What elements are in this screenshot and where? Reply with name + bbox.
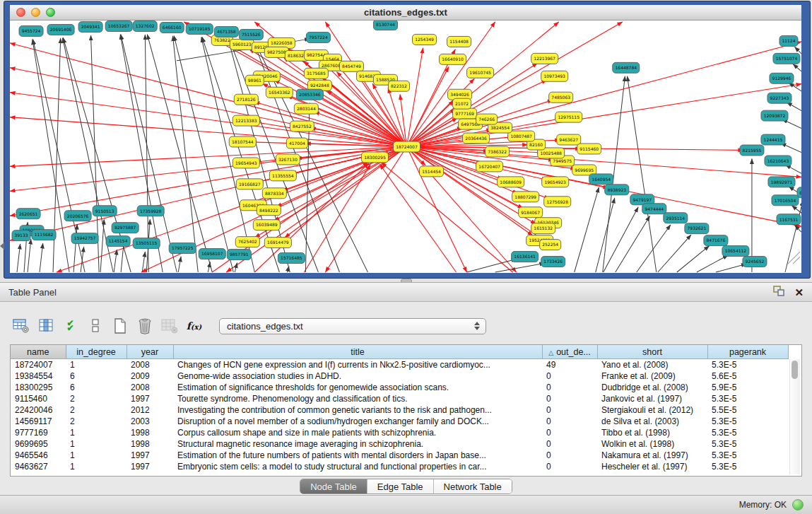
graph-node[interactable]: 16720407 <box>476 161 503 172</box>
table-row[interactable]: 2242004622012Investigating the contribut… <box>11 404 788 416</box>
graph-node[interactable]: 11124 <box>779 35 798 46</box>
graph-node[interactable]: 10807487 <box>508 131 535 141</box>
table-row[interactable]: 946554611997Estimation of the future num… <box>11 450 788 461</box>
graph-node[interactable]: 1733426 <box>541 257 565 267</box>
table-columns-icon[interactable] <box>36 317 55 336</box>
graph-node[interactable]: 1167531 <box>777 214 801 225</box>
graph-node[interactable]: 8215955 <box>740 145 764 156</box>
zoom-window-button[interactable] <box>46 8 55 17</box>
graph-node[interactable]: 7485063 <box>549 92 573 103</box>
graph-node[interactable]: 20691406 <box>47 24 74 35</box>
network-canvas[interactable]: 1872400776382259601238912951822605898275… <box>10 21 801 273</box>
table-row[interactable]: 911546021997Tourette syndrome. Phenomeno… <box>11 393 788 404</box>
table-row[interactable]: 969969511998Structural magnetic resonanc… <box>11 438 788 450</box>
graph-node[interactable]: 8454749 <box>339 61 363 71</box>
column-header-title[interactable]: title <box>173 345 542 359</box>
graph-node[interactable]: 1115682 <box>32 230 56 240</box>
graph-node[interactable]: 12213967 <box>531 53 558 64</box>
table-disabled-icon[interactable] <box>160 317 179 336</box>
graph-node[interactable]: 9184067 <box>519 207 543 218</box>
graph-node[interactable]: 17957225 <box>169 243 196 254</box>
table-row[interactable]: 1938455462009Genome-wide association stu… <box>11 370 788 382</box>
graph-node[interactable]: 39133 <box>12 230 30 241</box>
close-window-button[interactable] <box>16 8 25 17</box>
column-header-year[interactable]: year <box>126 345 173 359</box>
graph-node[interactable]: 16640910 <box>440 54 466 64</box>
graph-node[interactable]: 8498222 <box>257 205 281 216</box>
graph-node[interactable]: 12756928 <box>544 197 571 207</box>
graph-node[interactable]: 7625402 <box>235 237 259 247</box>
column-header-short[interactable]: short <box>597 345 707 359</box>
graph-node[interactable]: 19610745 <box>467 67 494 78</box>
graph-node[interactable]: 6466160 <box>160 22 184 33</box>
graph-node[interactable]: 10719185 <box>186 23 213 34</box>
float-panel-icon[interactable] <box>773 286 784 299</box>
graph-node[interactable]: 4671358 <box>214 26 238 37</box>
graph-node[interactable]: 17359928 <box>137 206 164 216</box>
graph-node[interactable]: 9115460 <box>577 144 601 154</box>
graph-node[interactable]: 417004 <box>286 138 307 148</box>
graph-node[interactable]: 16914479 <box>264 238 291 248</box>
table-row[interactable]: 1830029562008Estimation of significance … <box>11 382 788 393</box>
graph-node[interactable]: 2935114 <box>664 213 688 223</box>
graph-node[interactable]: 16136141 <box>512 252 539 262</box>
graph-node[interactable]: 7386322 <box>486 146 510 157</box>
graph-node[interactable]: 12975115 <box>555 112 582 122</box>
graph-node[interactable]: 7515526 <box>239 29 263 40</box>
scrollbar-thumb[interactable] <box>792 361 798 379</box>
column-header-pagerank[interactable]: pagerank <box>707 345 788 359</box>
graph-node[interactable]: 746266 <box>476 114 498 124</box>
graph-node[interactable]: 18807299 <box>512 192 539 202</box>
graph-node[interactable]: 92975887 <box>112 223 139 233</box>
graph-node[interactable]: 20206576 <box>64 211 91 221</box>
graph-node[interactable]: 2718126 <box>234 94 258 105</box>
graph-node[interactable]: 2803144 <box>294 103 318 114</box>
graph-node[interactable]: 2049341 <box>78 21 102 32</box>
tab-node-table[interactable]: Node Table <box>300 479 367 493</box>
graph-node[interactable]: 9245652 <box>743 257 767 267</box>
graph-node[interactable]: 7932621 <box>685 223 709 234</box>
graph-node[interactable]: 16448784 <box>613 62 640 73</box>
graph-node[interactable]: 252254 <box>540 240 561 250</box>
graph-node[interactable]: 9129946 <box>770 73 794 83</box>
graph-node[interactable]: 1327602 <box>133 21 157 31</box>
graph-node[interactable]: 18300295 <box>361 152 388 163</box>
green-checks-icon[interactable]: ✔✔ <box>61 317 80 336</box>
column-header-name[interactable]: name <box>11 345 66 359</box>
fx-icon[interactable]: f(x) <box>184 317 204 336</box>
panel-collapse-arrow[interactable] <box>0 243 4 250</box>
table-selector-dropdown[interactable]: citations_edges.txt <box>219 318 486 334</box>
graph-node[interactable]: 16543362 <box>266 87 293 98</box>
graph-node[interactable]: 1154408 <box>447 36 471 47</box>
graph-node[interactable]: 16039489 <box>253 220 280 230</box>
table-vertical-scrollbar[interactable] <box>789 359 800 474</box>
graph-node[interactable]: 2620651 <box>16 209 40 219</box>
graph-node[interactable]: 19654943 <box>233 158 259 168</box>
tab-network-table[interactable]: Network Table <box>433 479 512 493</box>
graph-node[interactable]: 822312 <box>388 81 409 91</box>
graph-node[interactable]: 5960123 <box>230 39 254 49</box>
column-header-out_degree[interactable]: △out_de... <box>542 345 597 359</box>
graph-node[interactable]: 10653267 <box>105 21 132 31</box>
graph-node[interactable]: 3267130 <box>276 154 300 165</box>
graph-node[interactable]: 11355554 <box>269 170 296 181</box>
table-gear-icon[interactable] <box>11 317 30 336</box>
graph-node[interactable]: 10688609 <box>498 177 524 187</box>
graph-node[interactable]: 98961 <box>245 75 264 86</box>
graph-node[interactable]: 9455724 <box>19 25 43 36</box>
graph-node[interactable]: 12093872 <box>761 110 788 121</box>
rows-icon[interactable] <box>86 317 105 336</box>
graph-node[interactable]: 8471676 <box>704 235 728 246</box>
graph-node[interactable]: 20853346 <box>296 89 323 100</box>
graph-node[interactable]: 9474444 <box>642 204 666 214</box>
graph-node[interactable]: 10973493 <box>541 71 568 81</box>
graph-node[interactable]: 16958107 <box>199 249 225 259</box>
tab-edge-table[interactable]: Edge Table <box>367 479 433 493</box>
graph-node[interactable]: 8938923 <box>605 185 629 195</box>
graph-node[interactable]: 15751074 <box>773 53 800 64</box>
graph-node[interactable]: 1640954 <box>589 174 613 185</box>
graph-node[interactable]: 1254349 <box>413 34 437 45</box>
graph-node[interactable]: 19654923 <box>542 177 569 187</box>
graph-node[interactable]: 1514454 <box>420 166 444 177</box>
table-row[interactable]: 1872400712008Changes of HCN gene express… <box>11 359 788 371</box>
